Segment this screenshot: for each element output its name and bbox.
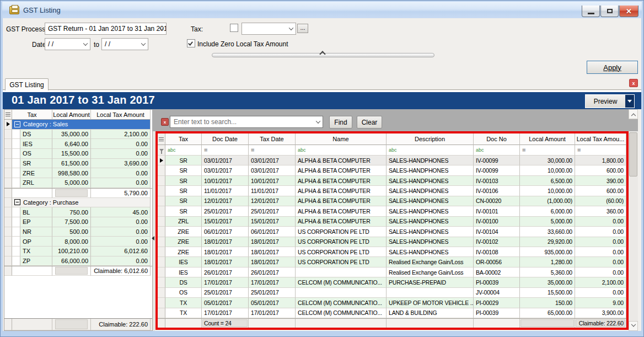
grid-cell[interactable]: SR — [165, 186, 202, 196]
grid-cell[interactable]: SALES-HANDPHONES — [387, 237, 474, 247]
local-tax-amount-cell[interactable]: 0.00 — [91, 256, 151, 266]
grid-cell[interactable]: 0.00 — [575, 268, 626, 277]
grid-cell[interactable]: ZRE — [165, 247, 202, 257]
grid-cell[interactable]: LAND & BUILDING — [387, 308, 474, 318]
grid-cell[interactable]: OR-00056 — [474, 257, 520, 267]
grid-cell[interactable]: CELCOM (M) COMMUNICATIO... — [296, 277, 387, 287]
grid-cell[interactable]: 18/01/2017 — [249, 237, 296, 247]
scrollbar-thumb[interactable] — [629, 132, 637, 176]
grid-cell[interactable]: US CORPORATION PE LTD — [296, 227, 387, 237]
grid-cell[interactable]: OS — [165, 288, 202, 298]
grid-cell[interactable]: ALPHA & BETA COMPUTER — [296, 186, 387, 196]
group-cell[interactable]: Category : Sales — [12, 120, 151, 130]
table-row[interactable]: SR03/01/201703/01/2017ALPHA & BETA COMPU… — [158, 156, 626, 165]
grid-cell[interactable]: 06/01/2017 — [202, 227, 249, 237]
grid-cell[interactable]: 2,100.00 — [575, 277, 626, 287]
grid-cell[interactable]: 0.00 — [575, 217, 626, 227]
table-row[interactable]: ZRE18/01/201718/01/2017US CORPORATION PE… — [158, 237, 626, 247]
grid-cell[interactable] — [296, 268, 387, 277]
column-header[interactable]: Local Tax Amou... — [575, 133, 626, 145]
table-row[interactable]: IES18/01/201718/01/2017US CORPORATION PE… — [158, 257, 626, 267]
grid-cell[interactable]: IES — [165, 268, 202, 277]
filter-cell[interactable]: abc — [296, 145, 387, 156]
grid-cell[interactable]: ZRE — [165, 237, 202, 247]
preview-button[interactable]: Preview — [586, 95, 625, 108]
grid-cell[interactable]: SALES-HANDPHONES — [387, 206, 474, 216]
grid-cell[interactable]: 25/01/2017 — [202, 288, 249, 298]
local-tax-amount-cell[interactable]: 0.00 — [91, 237, 151, 247]
grid-cell[interactable]: 17/01/2017 — [202, 277, 249, 287]
grid-cell[interactable]: 30,000.00 — [520, 156, 575, 165]
grid-cell[interactable]: IV-00108 — [474, 247, 520, 257]
local-tax-amount-cell[interactable]: 6,012.60 — [91, 247, 151, 256]
grid-cell[interactable]: TX — [165, 298, 202, 308]
grid-cell[interactable]: SR — [165, 156, 202, 165]
grid-cell[interactable]: UPKEEP OF MOTOR VEHICLE ... — [387, 298, 474, 308]
grid-cell[interactable]: 0.00 — [575, 237, 626, 247]
column-header[interactable]: Tax Date — [249, 133, 296, 145]
grid-cell[interactable]: US CORPORATION PE LTD — [296, 247, 387, 257]
grid-cell[interactable]: 18/01/2017 — [249, 257, 296, 267]
table-row[interactable]: OP8,000.000.00 — [4, 237, 152, 247]
local-tax-amount-cell[interactable]: 0.00 — [91, 139, 151, 149]
grid-cell[interactable] — [387, 288, 474, 298]
grid-cell[interactable]: US CORPORATION PE LTD — [296, 237, 387, 247]
tax-cell[interactable]: SR — [20, 159, 52, 169]
grid-cell[interactable]: SALES-HANDPHONES — [387, 196, 474, 206]
tax-cell[interactable]: BL — [20, 207, 52, 217]
filter-indicator-cell[interactable] — [158, 145, 165, 156]
grid-cell[interactable]: ALPHA & BETA COMPUTER — [296, 206, 387, 216]
local-tax-amount-cell[interactable]: 0.00 — [91, 178, 151, 188]
table-row[interactable]: ZRL5,000.000.00 — [4, 178, 152, 188]
local-amount-cell[interactable]: 66,000.00 — [52, 256, 91, 266]
table-row[interactable]: IES6,640.000.00 — [4, 139, 152, 149]
row-indicator-cell[interactable] — [4, 110, 12, 120]
grid-cell[interactable]: 6,000.00 — [520, 206, 575, 216]
local-amount-cell[interactable]: 500.00 — [52, 227, 91, 237]
grid-cell[interactable]: 10/01/2017 — [202, 176, 249, 186]
clear-button[interactable]: Clear — [357, 116, 382, 129]
close-button[interactable]: ✕ — [619, 6, 638, 17]
local-amount-cell[interactable]: 15,500.00 — [52, 149, 91, 159]
grid-cell[interactable]: ALPHA & BETA COMPUTER — [296, 165, 387, 175]
grid-cell[interactable]: IV-00099 — [474, 165, 520, 175]
table-row[interactable]: ZRE18/01/201718/01/2017US CORPORATION PE… — [158, 247, 626, 257]
scroll-down-button[interactable] — [629, 321, 638, 331]
grid-cell[interactable]: 17/01/2017 — [202, 308, 249, 318]
grid-cell[interactable]: CELCOM (M) COMMUNICATIO... — [296, 298, 387, 308]
grid-cell[interactable]: 0.00 — [575, 257, 626, 267]
tax-cell[interactable]: TX — [20, 247, 52, 256]
grid-cell[interactable]: 25/01/2017 — [249, 206, 296, 216]
table-row[interactable]: SR11/01/201711/01/2017ALPHA & BETA COMPU… — [158, 186, 626, 196]
grid-cell[interactable]: 1,280.00 — [520, 257, 575, 267]
titlebar[interactable]: GST Listing ✕ — [2, 2, 642, 18]
grid-cell[interactable]: IV-00103 — [474, 176, 520, 186]
grid-cell[interactable]: 05/01/2017 — [202, 298, 249, 308]
local-tax-amount-cell[interactable]: 0.00 — [91, 168, 151, 178]
grid-cell[interactable]: 18/01/2017 — [202, 237, 249, 247]
local-amount-cell[interactable]: 61,500.00 — [52, 159, 91, 169]
tab-close-button[interactable]: x — [629, 79, 638, 87]
local-tax-amount-cell[interactable]: 0.00 — [91, 149, 151, 159]
find-button[interactable]: Find — [329, 116, 352, 129]
scroll-up-button[interactable] — [629, 109, 638, 119]
local-amount-cell[interactable]: 6,640.00 — [52, 139, 91, 149]
grid-cell[interactable]: US CORPORATION PE LTD — [296, 257, 387, 267]
tax-combo[interactable] — [242, 23, 296, 35]
table-row[interactable]: NR500.000.00 — [4, 227, 152, 237]
local-tax-amount-cell[interactable]: 0.00 — [91, 217, 151, 227]
tax-cell[interactable]: NR — [20, 227, 52, 237]
grid-cell[interactable]: 9.00 — [575, 298, 626, 308]
grid-cell[interactable]: 360.00 — [575, 206, 626, 216]
grid-cell[interactable]: 17/01/2017 — [249, 308, 296, 318]
preview-dropdown-button[interactable] — [625, 95, 634, 108]
grid-cell[interactable]: PI-00039 — [474, 308, 520, 318]
grid-cell[interactable]: 5,360.00 — [520, 268, 575, 277]
grid-cell[interactable]: 3,900.00 — [575, 308, 626, 318]
grid-cell[interactable]: SR — [165, 176, 202, 186]
grid-cell[interactable]: 03/01/2017 — [249, 165, 296, 175]
tax-cell[interactable]: EP — [20, 217, 52, 227]
tax-browse-button[interactable]: ... — [297, 24, 308, 33]
grid-cell[interactable] — [296, 288, 387, 298]
grid-cell[interactable]: 10,000.00 — [520, 165, 575, 175]
